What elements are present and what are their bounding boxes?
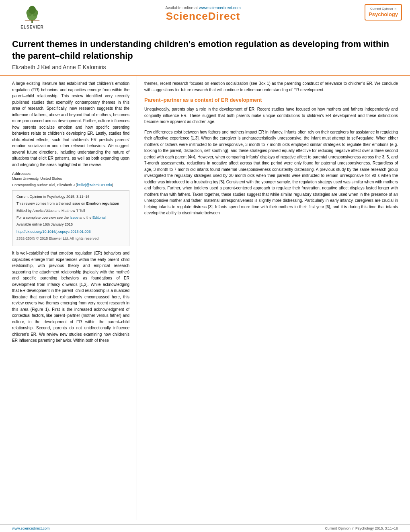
editors-middle: and [53,209,62,213]
svg-point-4 [29,6,36,14]
corresponding-author-suffix: ) [112,183,113,187]
doi-line: http://dx.doi.org/10.1016/j.copsyc.2015.… [16,229,125,235]
svg-rect-5 [25,20,39,21]
overview-issue-link[interactable]: Issue [70,216,79,220]
section1-para1: Unequivocally, parents play a role in th… [144,106,398,125]
elsevier-tree-icon [20,4,44,24]
two-column-layout: A large existing literature has establis… [0,76,410,520]
corresponding-author-prefix: Corresponding author: Kiel, Elizabeth J … [12,183,77,187]
journal-badge: Current Opinion in Psychology [365,4,402,21]
overview-prefix: For a complete overview see the [16,216,70,220]
copyright-line: 2352-250X/ © 2015 Elsevier Ltd. All righ… [16,236,125,242]
journal-badge-top: Current Opinion in [369,6,398,11]
right-column: themes, recent research focuses on emoti… [137,76,398,520]
elsevier-logo: ELSEVIER [8,4,56,29]
editor1: Amelia Aldao [33,209,54,213]
addresses-value: Miami University, United States [12,177,129,181]
footer-journal-info: Current Opinion in Psychology 2015, 3:11… [325,526,398,530]
right-col-body-top: themes, recent research focuses on emoti… [144,80,398,93]
available-online-text: Available online at www.sciencedirect.co… [56,6,350,10]
corresponding-author: Corresponding author: Kiel, Elizabeth J … [12,183,129,187]
section1-para2: Few differences exist between how father… [144,129,398,216]
journal-badge-bottom: Psychology [369,11,398,18]
sciencedirect-brand: ScienceDirect [56,10,350,23]
overview-editorial-link[interactable]: Editorial [92,216,106,220]
themed-issue-line: This review comes from a themed issue on… [16,201,125,207]
addresses-label: Addresses [12,172,129,176]
website-link[interactable]: www.sciencedirect.com [199,6,241,10]
header: ELSEVIER Available online at www.science… [0,0,410,32]
article-authors: Elizabeth J Kiel and Anne E Kalomiris [12,64,398,70]
abstract-text: A large existing literature has establis… [12,80,129,168]
corresponding-author-email[interactable]: kelliej@MiamiOH.edu [77,183,112,187]
section1-heading: Parent–partner as a context of ER develo… [144,97,398,104]
article-title: Current themes in understanding children… [12,39,398,62]
doi-link[interactable]: http://dx.doi.org/10.1016/j.copsyc.2015.… [16,230,91,234]
editor2: Matthew T Tull [62,209,85,213]
body-left-text: It is well-established that emotion regu… [12,250,129,344]
editors-prefix: Edited by [16,209,33,213]
footer: www.sciencedirect.com Current Opinion in… [0,524,410,532]
header-right: Current Opinion in Psychology [350,4,402,21]
addresses-section: Addresses Miami University, United State… [12,172,129,181]
left-column: A large existing literature has establis… [12,76,137,520]
journal-line: Current Opinion in Psychology 2015, 3:11… [16,194,125,200]
footer-website-link[interactable]: www.sciencedirect.com [12,526,50,530]
themed-issue-prefix: This review comes from a themed issue on [16,201,86,205]
overview-line: For a complete overview see the Issue an… [16,215,125,221]
info-box: Current Opinion in Psychology 2015, 3:11… [12,190,129,246]
header-center: Available online at www.sciencedirect.co… [56,4,350,23]
overview-and: and the [78,216,92,220]
elsevier-brand-text: ELSEVIER [20,25,43,29]
themed-issue-topic: Emotion regulation [86,201,119,205]
available-online-line: Available online 16th January 2015 [16,222,125,228]
article-header: Current themes in understanding children… [0,32,410,76]
editors-line: Edited by Amelia Aldao and Matthew T Tul… [16,208,125,214]
header-left: ELSEVIER [8,4,56,29]
